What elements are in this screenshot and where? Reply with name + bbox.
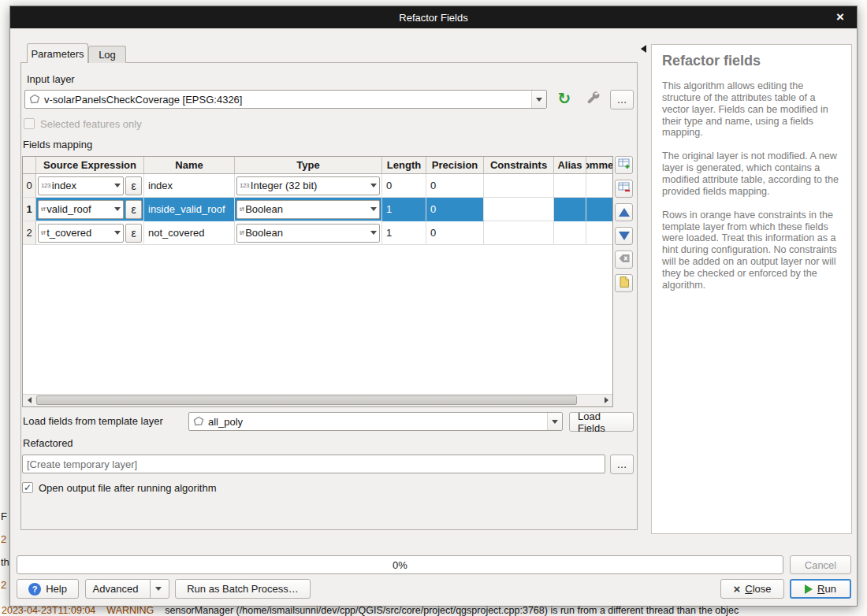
name-cell[interactable]: inside_valid_roof [144,198,235,221]
length-cell[interactable]: 1 [382,221,426,245]
cancel-button: Cancel [790,555,851,574]
background-log-fragment: F [1,510,7,522]
help-button[interactable]: ? Help [17,579,79,599]
col-name: Name [144,157,235,174]
length-cell[interactable]: 1 [382,198,426,221]
move-field-down-button[interactable] [615,227,633,245]
open-output-checkbox[interactable]: ✓ [22,482,33,493]
refactored-label: Refactored [23,437,73,449]
arrow-down-icon [619,232,630,240]
input-layer-browse-button[interactable]: … [610,90,634,109]
arrow-up-icon [619,208,630,217]
length-cell[interactable]: 0 [382,174,426,198]
advanced-button[interactable]: Advanced [85,579,169,599]
chevron-down-icon[interactable] [111,177,123,195]
table-row: 1 t/fvalid_roof ε inside_valid_roof t/fB… [23,198,612,221]
alias-cell[interactable] [554,198,586,221]
input-layer-label: Input layer [27,73,75,85]
table-empty-area [23,245,612,395]
comment-cell[interactable] [586,221,612,245]
help-title: Refactor fields [662,53,841,69]
col-length: Length [382,157,426,174]
delete-field-button[interactable] [615,180,633,198]
type-cell[interactable]: 123Integer (32 bit) [235,174,382,198]
input-layer-combobox[interactable]: v-solarPanelsCheckCoverage [EPSG:4326] [24,90,547,109]
advanced-options-button[interactable] [582,87,604,109]
close-icon: × [733,583,740,595]
source-expression-cell[interactable]: t/ft_covered ε [36,221,144,245]
boolean-field-icon: t/f [41,229,45,236]
log-message-line: 2023-04-23T11:09:04WARNINGsensorManager … [2,605,739,616]
horizontal-scrollbar[interactable] [23,394,612,406]
fields-mapping-table: Source Expression Name Type Length Preci… [22,156,613,407]
scrollbar-thumb[interactable] [36,395,577,405]
constraints-cell[interactable] [484,174,554,198]
boolean-field-icon: t/f [240,206,244,213]
constraints-cell[interactable] [484,198,554,221]
scroll-right-icon[interactable] [600,395,612,406]
log-timestamp: 2023-04-23T11:09:04 [2,605,95,616]
scroll-left-icon[interactable] [23,395,35,406]
expression-builder-button[interactable]: ε [125,200,142,219]
background-log-fragment: 2 [1,579,6,591]
log-level: WARNING [106,605,154,616]
run-as-batch-button[interactable]: Run as Batch Process… [175,579,311,599]
load-fields-button[interactable]: Load Fields [569,412,634,432]
move-field-up-button[interactable] [615,203,633,221]
chevron-down-icon[interactable] [547,413,562,430]
iterate-over-layer-button[interactable]: ↻ [553,87,575,109]
template-layer-value: all_poly [205,416,547,428]
precision-cell[interactable]: 0 [426,221,484,245]
type-cell[interactable]: t/fBoolean [235,221,382,245]
background-log-fragment: th [1,556,9,568]
expression-builder-button[interactable]: ε [125,176,142,195]
precision-cell[interactable]: 0 [426,198,484,221]
template-layer-label: Load fields from template layer [23,415,163,427]
delete-field-icon [618,181,631,196]
name-cell[interactable]: index [144,174,235,198]
comment-cell[interactable] [586,198,612,221]
dialog-title: Refactor Fields [399,12,467,24]
precision-cell[interactable]: 0 [426,174,484,198]
close-button[interactable]: × Close [720,579,784,599]
corner-header-cell [23,157,36,174]
col-comment: Comment [586,157,612,174]
row-header[interactable]: 1 [23,198,36,221]
chevron-down-icon[interactable] [367,201,379,218]
backspace-icon [618,252,631,267]
chevron-down-icon[interactable] [531,91,546,108]
row-header[interactable]: 0 [23,174,36,198]
comment-cell[interactable] [586,174,612,198]
alias-cell[interactable] [554,174,586,198]
source-expression-cell[interactable]: 123index ε [36,174,144,198]
constraints-cell[interactable] [484,221,554,245]
add-field-button[interactable] [615,156,633,174]
type-cell[interactable]: t/fBoolean [235,198,382,221]
chevron-down-icon[interactable] [367,225,379,242]
remove-all-fields-button[interactable] [615,250,633,269]
refactor-fields-dialog: Refactor Fields × Parameters Log Input l… [9,6,858,607]
dialog-titlebar[interactable]: Refactor Fields × [10,6,857,28]
name-cell[interactable]: not_covered [144,221,235,245]
collapse-help-panel-icon[interactable] [641,45,646,53]
tab-log[interactable]: Log [88,46,126,63]
chevron-down-icon[interactable] [367,177,379,195]
close-icon[interactable]: × [836,9,844,25]
chevron-down-icon[interactable] [111,225,123,242]
iterate-icon: ↻ [558,91,571,106]
background-log-fragment: 2 [1,533,6,545]
template-layer-combobox[interactable]: all_poly [188,412,563,431]
load-fields-from-layer-button[interactable] [615,274,633,292]
alias-cell[interactable] [554,221,586,245]
boolean-field-icon: t/f [41,206,45,213]
tab-parameters[interactable]: Parameters [27,43,88,63]
output-browse-button[interactable]: … [610,455,634,474]
row-header[interactable]: 2 [23,221,36,245]
open-output-label: Open output file after running algorithm [39,482,216,494]
chevron-down-icon[interactable] [155,587,162,591]
run-button[interactable]: Run [790,579,851,599]
expression-builder-button[interactable]: ε [125,224,142,243]
output-layer-input[interactable] [22,455,605,473]
chevron-down-icon[interactable] [111,201,123,218]
source-expression-cell[interactable]: t/fvalid_roof ε [36,198,144,221]
